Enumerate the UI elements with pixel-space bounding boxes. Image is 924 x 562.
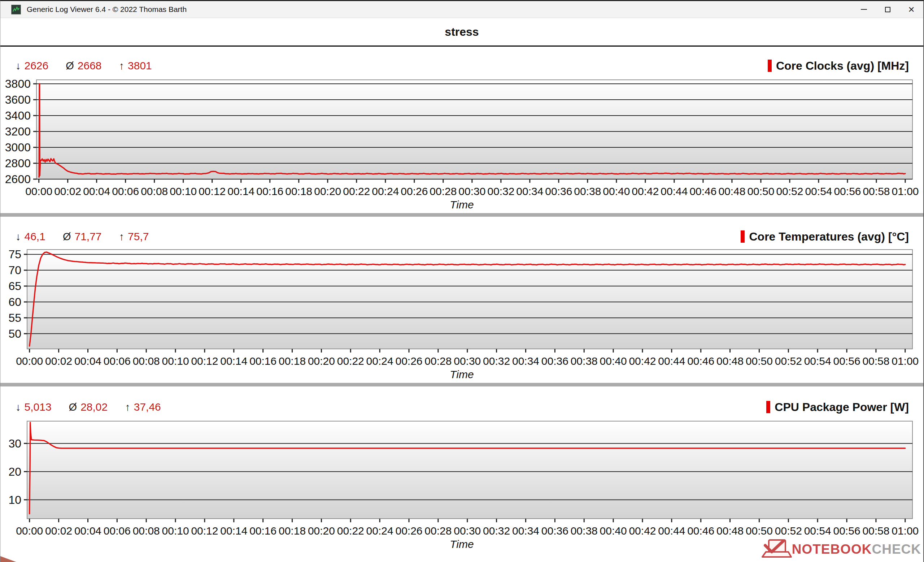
svg-text:00:36: 00:36 [542, 525, 568, 537]
core-clocks-chart[interactable]: 260028003000320034003600380000:0000:0200… [0, 74, 924, 198]
svg-text:00:06: 00:06 [112, 185, 139, 197]
notebookcheck-watermark: NOTEBOOKCHECK [761, 538, 921, 560]
svg-text:00:26: 00:26 [400, 185, 428, 197]
svg-text:00:54: 00:54 [805, 185, 832, 197]
svg-text:55: 55 [8, 311, 21, 325]
svg-text:00:40: 00:40 [600, 525, 627, 537]
svg-text:00:18: 00:18 [285, 185, 312, 197]
svg-text:00:12: 00:12 [191, 355, 218, 367]
svg-text:00:18: 00:18 [279, 525, 306, 537]
svg-text:00:12: 00:12 [191, 525, 218, 537]
svg-text:20: 20 [8, 465, 21, 478]
panel-separator [0, 213, 923, 217]
svg-text:00:42: 00:42 [629, 355, 656, 367]
svg-text:00:28: 00:28 [429, 185, 457, 197]
svg-text:00:02: 00:02 [54, 185, 81, 197]
max-arrow-icon: ↑ [119, 60, 124, 72]
min-arrow-icon: ↓ [15, 231, 21, 243]
svg-text:00:42: 00:42 [632, 185, 659, 197]
svg-text:00:28: 00:28 [424, 525, 452, 537]
minimize-button[interactable] [852, 1, 876, 18]
titlebar: Generic Log Viewer 6.4 - © 2022 Thomas B… [0, 1, 923, 18]
svg-text:00:04: 00:04 [83, 185, 110, 197]
svg-text:00:48: 00:48 [717, 355, 744, 367]
svg-text:00:00: 00:00 [25, 185, 52, 197]
min-value: 2626 [24, 60, 49, 72]
svg-text:00:52: 00:52 [776, 185, 803, 197]
max-value: 37,46 [134, 401, 161, 413]
svg-text:2600: 2600 [5, 173, 31, 186]
svg-text:00:38: 00:38 [571, 355, 598, 367]
app-icon [11, 5, 21, 15]
svg-text:00:10: 00:10 [162, 525, 189, 537]
svg-text:00:04: 00:04 [74, 525, 101, 537]
svg-text:75: 75 [8, 248, 21, 261]
svg-text:00:28: 00:28 [424, 355, 452, 367]
svg-text:00:54: 00:54 [804, 355, 831, 367]
svg-text:50: 50 [8, 327, 21, 340]
svg-text:00:46: 00:46 [687, 525, 714, 537]
svg-text:00:58: 00:58 [862, 185, 890, 197]
svg-text:00:40: 00:40 [600, 355, 627, 367]
svg-text:00:58: 00:58 [862, 355, 890, 367]
svg-text:30: 30 [8, 437, 21, 450]
svg-text:00:40: 00:40 [603, 185, 630, 197]
svg-text:00:08: 00:08 [133, 355, 160, 367]
svg-text:00:20: 00:20 [314, 185, 341, 197]
minimize-icon [861, 9, 867, 10]
svg-text:00:30: 00:30 [454, 355, 481, 367]
max-arrow-icon: ↑ [119, 231, 124, 243]
svg-text:00:04: 00:04 [74, 355, 101, 367]
svg-text:00:48: 00:48 [717, 525, 744, 537]
svg-text:00:32: 00:32 [483, 355, 510, 367]
svg-text:00:16: 00:16 [249, 525, 276, 537]
svg-text:00:34: 00:34 [516, 185, 543, 197]
svg-text:00:52: 00:52 [775, 355, 802, 367]
svg-text:70: 70 [8, 264, 21, 276]
svg-text:00:32: 00:32 [483, 525, 510, 537]
svg-text:00:22: 00:22 [337, 525, 364, 537]
svg-text:00:58: 00:58 [862, 525, 890, 537]
svg-text:00:30: 00:30 [454, 525, 481, 537]
svg-text:00:38: 00:38 [574, 185, 601, 197]
close-icon: × [908, 4, 915, 15]
avg-value: 2668 [78, 60, 102, 72]
svg-text:00:24: 00:24 [366, 525, 393, 537]
core-clocks-legend: Core Clocks (avg) [MHz] [768, 59, 909, 73]
notebookcheck-laptop-check-icon [761, 538, 792, 560]
svg-text:00:02: 00:02 [45, 355, 72, 367]
svg-text:00:50: 00:50 [746, 355, 773, 367]
svg-text:00:36: 00:36 [545, 185, 572, 197]
svg-text:00:36: 00:36 [542, 355, 568, 367]
maximize-button[interactable] [876, 1, 900, 18]
svg-text:2800: 2800 [5, 157, 31, 170]
svg-text:00:02: 00:02 [45, 525, 72, 537]
avg-value: 28,02 [81, 401, 108, 413]
min-value: 5,013 [24, 401, 52, 413]
average-icon: Ø [69, 401, 77, 413]
svg-text:00:24: 00:24 [372, 185, 399, 197]
svg-text:00:30: 00:30 [458, 185, 486, 197]
svg-text:00:20: 00:20 [308, 525, 335, 537]
core-temperatures-chart[interactable]: 50556065707500:0000:0200:0400:0600:0800:… [0, 245, 924, 368]
svg-text:01:00: 01:00 [891, 525, 919, 537]
svg-text:00:38: 00:38 [571, 525, 598, 537]
svg-text:00:22: 00:22 [343, 185, 370, 197]
watermark-text-secondary: CHECK [872, 542, 921, 557]
svg-text:00:16: 00:16 [249, 355, 276, 367]
close-button[interactable]: × [900, 1, 923, 18]
svg-text:00:44: 00:44 [660, 185, 688, 197]
min-arrow-icon: ↓ [15, 401, 21, 413]
svg-text:00:12: 00:12 [198, 185, 226, 197]
page-title: stress [445, 25, 478, 39]
svg-text:00:06: 00:06 [104, 355, 130, 367]
cpu-package-power-chart[interactable]: 10203000:0000:0200:0400:0600:0800:1000:1… [0, 415, 924, 538]
svg-text:60: 60 [8, 296, 21, 308]
svg-text:00:16: 00:16 [256, 185, 284, 197]
svg-text:00:50: 00:50 [747, 185, 774, 197]
max-arrow-icon: ↑ [125, 401, 130, 413]
legend-marker-icon [768, 60, 772, 72]
svg-text:00:10: 00:10 [162, 355, 189, 367]
page-header: stress [0, 18, 923, 45]
window-title: Generic Log Viewer 6.4 - © 2022 Thomas B… [27, 5, 187, 14]
